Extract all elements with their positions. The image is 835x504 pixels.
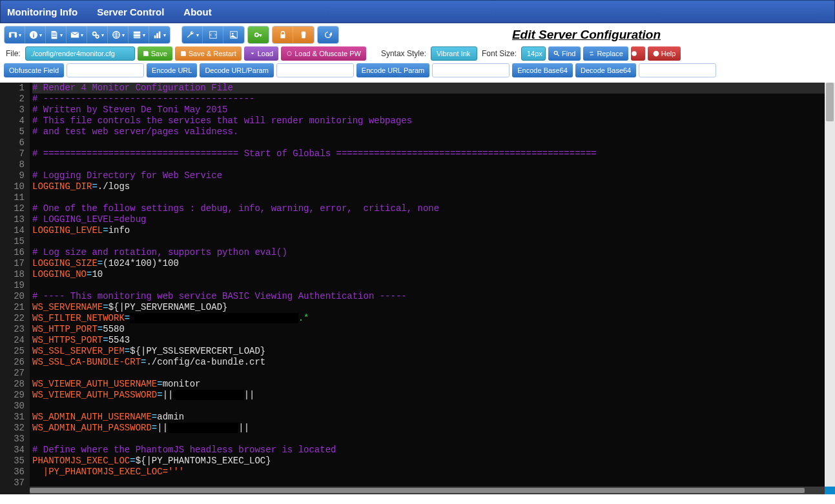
code-line[interactable]: [32, 280, 832, 291]
decode-url-param-button[interactable]: Decode URL/Param: [200, 63, 273, 77]
encode-base64-button[interactable]: Encode Base64: [512, 63, 573, 77]
refresh-icon[interactable]: [318, 26, 338, 43]
code-line[interactable]: # Log size and rotation, supports python…: [32, 247, 832, 258]
code-line[interactable]: # This file controls the services that w…: [32, 116, 832, 126]
wrench-icon[interactable]: ▾: [182, 26, 203, 43]
nav-about[interactable]: About: [183, 6, 211, 17]
file-toolbar-row: File: ./config/render4monitor.cfg Save S…: [4, 46, 831, 61]
stop-button[interactable]: [631, 46, 645, 61]
nav-monitoring-info[interactable]: Monitoring Info: [7, 6, 77, 17]
icon-group-5: [317, 26, 339, 44]
obfuscate-field-button[interactable]: Obfuscate Field: [4, 63, 64, 77]
icon-toolbar-row: ▾ i▾ ▾ ▾ ▾ ▾ ▾ ▾ ▾ Edit Server Configura…: [4, 26, 831, 44]
gears-icon[interactable]: ▾: [87, 26, 108, 43]
save-restart-button[interactable]: Save & Restart: [175, 46, 242, 61]
code-line[interactable]: LOGGING_SIZE=(1024*100)*100: [32, 258, 832, 269]
code-line[interactable]: WS_ADMIN_AUTH_USERNAME=admin: [32, 412, 832, 423]
globe-icon[interactable]: ▾: [108, 26, 129, 43]
svg-rect-11: [159, 32, 161, 39]
svg-point-18: [554, 51, 557, 54]
url-input[interactable]: [276, 63, 354, 77]
code-line[interactable]: WS_SSL_CA-BUNDLE-CRT=./config/ca-bundle.…: [32, 357, 832, 368]
code-line[interactable]: # Logging Directory for Web Service: [32, 170, 832, 181]
code-line[interactable]: [32, 159, 832, 170]
code-line[interactable]: PHANTOMJS_EXEC_LOC=${|PY_PHANTOMJS_EXEC_…: [32, 456, 832, 467]
encode-url-param-button[interactable]: Encode URL Param: [356, 63, 429, 77]
code-line[interactable]: [32, 368, 832, 379]
code-line[interactable]: # --------------------------------------…: [32, 94, 832, 105]
encode-url-button[interactable]: Encode URL: [147, 63, 197, 77]
help-button[interactable]: ?Help: [648, 46, 681, 61]
key-icon[interactable]: [248, 26, 269, 43]
syntax-style-select[interactable]: Vibrant Ink: [431, 46, 477, 61]
lock-icon[interactable]: [273, 26, 293, 43]
code-line[interactable]: # LOGGING_LEVEL=debug: [32, 214, 832, 225]
horizontal-scrollbar-thumb[interactable]: [30, 488, 805, 493]
code-line[interactable]: LOGGING_DIR=./logs: [32, 181, 832, 192]
top-nav: Monitoring Info Server Control About: [0, 0, 835, 23]
code-line[interactable]: [32, 137, 832, 148]
find-button[interactable]: Find: [548, 46, 581, 61]
page-title: Edit Server Configuration: [342, 28, 831, 42]
obfuscate-input[interactable]: [67, 63, 144, 77]
binoculars-icon[interactable]: ▾: [5, 26, 25, 43]
code-line[interactable]: LOGGING_LEVEL=info: [32, 225, 832, 236]
code-icon[interactable]: [203, 26, 223, 43]
svg-point-15: [255, 33, 258, 36]
mail-icon[interactable]: ▾: [67, 26, 87, 43]
code-line[interactable]: # One of the follow settings : debug, in…: [32, 203, 832, 214]
svg-rect-8: [133, 37, 140, 39]
code-line[interactable]: [32, 434, 832, 445]
encode-toolbar-row: Obfuscate Field Encode URL Decode URL/Pa…: [4, 63, 831, 77]
horizontal-scrollbar[interactable]: [30, 487, 825, 494]
code-line[interactable]: # and test web server/pages validness.: [32, 126, 832, 137]
code-line[interactable]: WS_ADMIN_AUTH_PASSWORD=|| ||: [32, 423, 832, 434]
code-line[interactable]: |PY_PHANTOMJS_EXEC_LOC=''': [32, 467, 832, 478]
code-editor[interactable]: 1234567891011121314151617181920212223242…: [0, 83, 835, 494]
code-line[interactable]: [32, 192, 832, 203]
image-icon[interactable]: [223, 26, 244, 43]
code-line[interactable]: LOGGING_NO=10: [32, 269, 832, 280]
syntax-style-label: Syntax Style:: [379, 49, 428, 58]
icon-group-1: ▾ i▾ ▾ ▾ ▾ ▾ ▾ ▾: [4, 26, 170, 44]
trash-icon[interactable]: [293, 26, 314, 43]
load-button[interactable]: Load: [244, 46, 278, 61]
info-icon[interactable]: i▾: [25, 26, 46, 43]
svg-rect-9: [154, 35, 156, 38]
code-line[interactable]: WS_VIEWER_AUTH_USERNAME=monitor: [32, 379, 832, 390]
code-line[interactable]: [32, 236, 832, 247]
nav-server-control[interactable]: Server Control: [97, 6, 164, 17]
svg-rect-12: [209, 32, 216, 39]
vertical-scrollbar[interactable]: [825, 83, 835, 487]
code-line[interactable]: WS_HTTP_PORT=5580: [32, 324, 832, 335]
vertical-scrollbar-thumb[interactable]: [826, 83, 834, 121]
code-line[interactable]: # ---- This monitoring web service BASIC…: [32, 291, 832, 302]
save-button[interactable]: Save: [138, 46, 172, 61]
code-line[interactable]: WS_VIEWER_AUTH_PASSWORD=|| ||: [32, 390, 832, 401]
code-line[interactable]: # Written by Steven De Toni May 2015: [32, 105, 832, 116]
server-icon[interactable]: ▾: [129, 26, 149, 43]
icon-group-2: ▾: [181, 26, 245, 44]
code-line[interactable]: WS_FILTER_NETWORK= .*: [32, 313, 832, 324]
font-size-select[interactable]: 14px: [521, 46, 546, 61]
file-label: File:: [4, 49, 23, 58]
decode-base64-button[interactable]: Decode Base64: [575, 63, 636, 77]
code-line[interactable]: WS_SERVERNAME=${|PY_SERVERNAME_LOAD}: [32, 302, 832, 313]
code-line[interactable]: # Render 4 Monitor Configuration File: [32, 83, 832, 94]
code-line[interactable]: WS_HTTPS_PORT=5543: [32, 335, 832, 346]
code-line[interactable]: [32, 401, 832, 412]
toolbar-area: ▾ i▾ ▾ ▾ ▾ ▾ ▾ ▾ ▾ Edit Server Configura…: [0, 23, 835, 83]
load-ofuscate-button[interactable]: Load & Ofuscate PW: [281, 46, 366, 61]
svg-rect-6: [133, 32, 140, 34]
code-area[interactable]: # Render 4 Monitor Configuration File# -…: [30, 83, 835, 494]
svg-rect-16: [280, 34, 285, 38]
document-icon[interactable]: ▾: [46, 26, 67, 43]
url-param-input[interactable]: [432, 63, 510, 77]
base64-input[interactable]: [639, 63, 716, 77]
code-line[interactable]: WS_SSL_SERVER_PEM=${|PY_SSLSERVERCERT_LO…: [32, 346, 832, 357]
code-line[interactable]: # ==================================== S…: [32, 148, 832, 159]
code-line[interactable]: # Define where the PhantomJS headless br…: [32, 445, 832, 456]
chart-icon[interactable]: ▾: [149, 26, 170, 43]
file-path-input[interactable]: ./config/render4monitor.cfg: [25, 46, 135, 61]
replace-button[interactable]: Replace: [583, 46, 628, 61]
